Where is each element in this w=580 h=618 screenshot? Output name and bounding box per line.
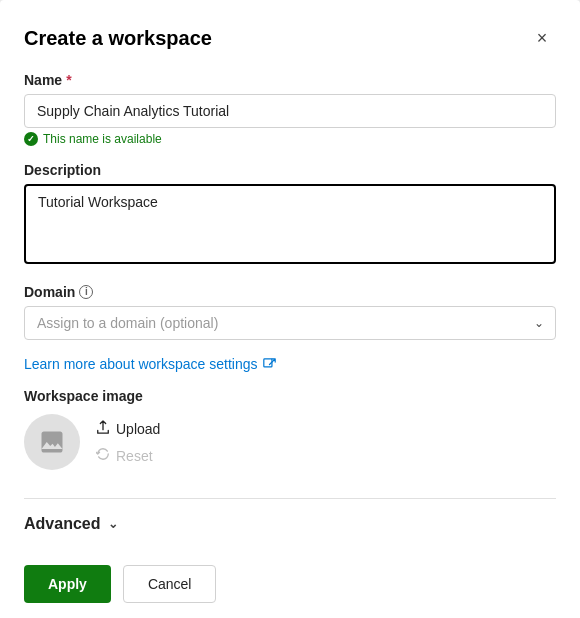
description-field-group: Description Tutorial Workspace <box>24 162 556 268</box>
learn-more-link[interactable]: Learn more about workspace settings <box>24 356 556 372</box>
name-input[interactable] <box>24 94 556 128</box>
close-button[interactable]: × <box>528 24 556 52</box>
name-available-status: This name is available <box>24 132 556 146</box>
domain-select[interactable]: Assign to a domain (optional) <box>24 306 556 340</box>
available-check-icon <box>24 132 38 146</box>
name-label: Name * <box>24 72 556 88</box>
domain-info-icon[interactable]: i <box>79 285 93 299</box>
cancel-button[interactable]: Cancel <box>123 565 217 603</box>
domain-field-group: Domain i Assign to a domain (optional) ⌄ <box>24 284 556 340</box>
image-controls: Upload Reset <box>24 414 556 470</box>
image-actions: Upload Reset <box>96 418 160 466</box>
name-field-group: Name * This name is available <box>24 72 556 146</box>
apply-button[interactable]: Apply <box>24 565 111 603</box>
reset-button[interactable]: Reset <box>96 445 160 466</box>
image-placeholder <box>24 414 80 470</box>
domain-label: Domain i <box>24 284 556 300</box>
upload-button[interactable]: Upload <box>96 418 160 439</box>
reset-icon <box>96 447 110 464</box>
dialog-header: Create a workspace × <box>24 24 556 52</box>
workspace-image-section: Workspace image Upload <box>24 388 556 470</box>
domain-wrapper: Assign to a domain (optional) ⌄ <box>24 306 556 340</box>
description-textarea[interactable]: Tutorial Workspace <box>24 184 556 264</box>
workspace-image-label: Workspace image <box>24 388 556 404</box>
footer: Apply Cancel <box>24 549 556 603</box>
external-link-icon <box>263 358 276 371</box>
advanced-section: Advanced ⌄ <box>24 515 556 533</box>
create-workspace-dialog: Create a workspace × Name * This name is… <box>0 0 580 618</box>
advanced-toggle-button[interactable]: Advanced ⌄ <box>24 515 118 533</box>
description-label: Description <box>24 162 556 178</box>
divider <box>24 498 556 499</box>
close-icon: × <box>537 28 548 49</box>
image-placeholder-icon <box>38 428 66 456</box>
chevron-down-icon: ⌄ <box>108 517 118 531</box>
dialog-title: Create a workspace <box>24 27 212 50</box>
upload-icon <box>96 420 110 437</box>
required-indicator: * <box>66 72 71 88</box>
